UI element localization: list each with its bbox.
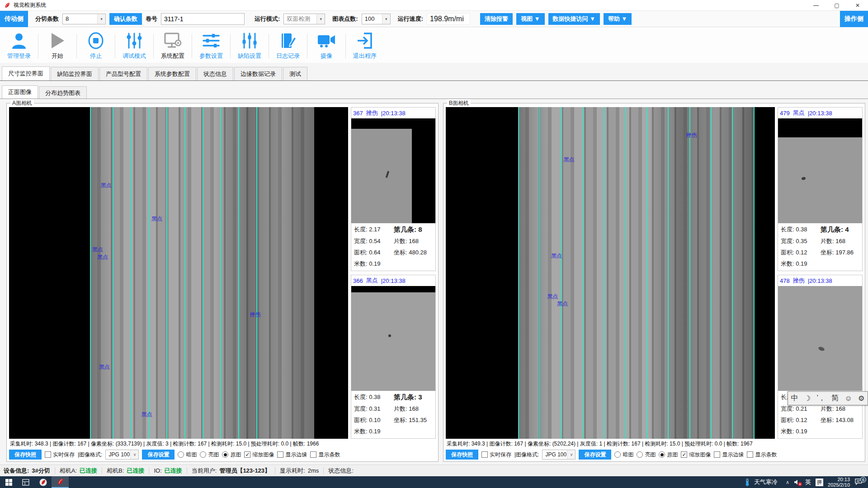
dark-image-radio[interactable] — [178, 451, 184, 458]
log-record-button[interactable]: 日志记录 — [269, 28, 307, 63]
punctuation-icon[interactable]: ’， — [816, 394, 826, 403]
show-edge-checkbox[interactable] — [277, 451, 283, 458]
bright-image-radio[interactable] — [637, 451, 643, 458]
defect-header: 479 黑点 |20:13:38 — [778, 108, 862, 118]
sub-tab-0[interactable]: 正面图像 — [2, 85, 38, 99]
hidden-icons-chevron[interactable]: ∧ — [786, 479, 789, 485]
clock[interactable]: 20:13 2025/2/10 — [828, 477, 850, 488]
main-tab-2[interactable]: 产品型号配置 — [99, 67, 147, 80]
defect-card[interactable]: 479 黑点 |20:13:38 长度: 0.38 第几条: 4 — [778, 107, 863, 271]
defect-settings-button[interactable]: 缺陷设置 — [231, 28, 269, 63]
zoom-image-checkbox[interactable]: ✓ — [244, 451, 250, 458]
confirm-count-button[interactable]: 确认条数 — [109, 13, 142, 25]
defect-stats: 长度: 0.38 第几条: 3 宽度: 0.31 片数: 168 面积: 0.1… — [351, 391, 435, 438]
show-count-checkbox[interactable] — [747, 451, 753, 458]
start-button[interactable]: 开始 — [38, 28, 76, 63]
strip-boundary-line — [166, 107, 167, 439]
taskbar: 天气寒冷 ∧ ✕ 英 拼 20:13 2025/2/10 6 — [0, 476, 868, 488]
drive-side-button[interactable]: 传动侧 — [0, 11, 28, 27]
dark-image-radio[interactable] — [614, 451, 621, 458]
raw-image-radio[interactable] — [222, 451, 228, 458]
strip-boundary-line — [113, 107, 113, 439]
display-time-label: 显示耗时: — [280, 467, 305, 475]
chart-points-select[interactable]: 100 ▾ — [362, 14, 391, 24]
main-tabs: 尺寸监控界面缺陷监控界面产品型号配置系统参数配置状态信息边缘数据记录测试 — [0, 67, 868, 81]
ime-indicator[interactable]: 拼 — [816, 479, 823, 486]
save-settings-button[interactable]: 保存设置 — [579, 450, 611, 460]
ime-chinese-mode[interactable]: 中 — [791, 394, 798, 403]
strip-boundary-line — [148, 107, 149, 439]
stop-button[interactable]: 停止 — [77, 28, 115, 63]
pinned-app-icon[interactable] — [34, 476, 52, 488]
main-tab-5[interactable]: 边缘数据记录 — [234, 67, 282, 80]
run-mode-select[interactable]: 双面检测 ▾ — [283, 14, 325, 24]
sub-tab-1[interactable]: 分布趋势图表 — [39, 86, 87, 99]
defect-card[interactable]: 478 挫伤 |20:13:38 长度: 0.57 第几条: 3 — [778, 275, 863, 439]
minimize-button[interactable]: — — [806, 0, 826, 10]
defect-image — [351, 118, 435, 223]
device-info-value: 3#分切 — [32, 467, 50, 475]
moon-icon[interactable]: ☽ — [804, 394, 811, 403]
slit-count-select[interactable]: 8 ▾ — [62, 14, 106, 24]
image-format-select[interactable]: JPG 100 ∨ — [542, 450, 576, 460]
save-settings-button[interactable]: 保存设置 — [142, 450, 175, 460]
camera-b-title: B面相机 — [447, 99, 471, 107]
system-config-button[interactable]: 系统配置 — [154, 28, 192, 63]
exit-program-button[interactable]: 退出程序 — [346, 28, 384, 63]
gear-icon[interactable]: ⚙ — [858, 394, 864, 403]
save-snapshot-button[interactable]: 保存快照 — [9, 450, 42, 460]
slit-count-value: 8 — [66, 15, 69, 22]
clear-alarm-button[interactable]: 清除报警 — [480, 13, 513, 25]
defect-overlay-label: 黑点 — [142, 411, 152, 418]
ime-toolbar[interactable]: 中 ☽ ’， 简 ☺ ⚙ — [788, 391, 868, 405]
icon-toolbar: 管理登录 开始 停止 调试模式 系统配置 — [0, 28, 868, 63]
emoji-icon[interactable]: ☺ — [844, 394, 852, 403]
realtime-save-checkbox[interactable] — [481, 451, 488, 458]
defect-card[interactable]: 366 黑点 |20:13:38 长度: 0.38 第几条: 3 — [351, 275, 436, 439]
task-view-icon[interactable] — [17, 476, 34, 488]
raw-image-radio[interactable] — [659, 451, 665, 458]
close-button[interactable]: ✕ — [847, 0, 868, 10]
camera-icon — [317, 31, 336, 50]
main-tab-1[interactable]: 缺陷监控界面 — [51, 67, 99, 80]
maximize-button[interactable]: ▢ — [826, 0, 847, 10]
volume-muted-icon[interactable]: ✕ — [794, 479, 801, 485]
camera-b-image[interactable]: 挫伤黑点黑点黑点黑点 — [446, 107, 775, 439]
defect-overlay-label: 黑点 — [92, 246, 103, 253]
realtime-save-checkbox[interactable] — [45, 451, 51, 458]
language-indicator[interactable]: 英 — [805, 478, 811, 486]
show-edge-checkbox[interactable] — [714, 451, 720, 458]
strip-boundary-line — [711, 107, 712, 439]
roll-number-input[interactable] — [161, 13, 245, 25]
status-info-label: 状态信息: — [328, 467, 354, 475]
main-tab-4[interactable]: 状态信息 — [197, 67, 233, 80]
camera-a-image[interactable]: 黑点黑点黑点黑点挫伤黑点黑点 — [9, 107, 348, 439]
notification-center-icon[interactable]: 6 — [854, 478, 864, 486]
weather-text[interactable]: 天气寒冷 — [754, 478, 778, 486]
operator-side-button[interactable]: 操作侧 — [840, 11, 868, 27]
defect-card[interactable]: 367 挫伤 |20:13:38 长度: 2.17 第几条: 8 — [351, 107, 436, 271]
save-snapshot-button[interactable]: 保存快照 — [446, 450, 478, 460]
parameter-settings-button[interactable]: 参数设置 — [192, 28, 230, 63]
simplified-mode[interactable]: 简 — [831, 394, 839, 403]
start-button[interactable] — [0, 476, 17, 488]
capture-button[interactable]: 摄像 — [307, 28, 345, 63]
image-format-label: |图像格式: — [78, 451, 102, 459]
image-format-select[interactable]: JPG 100 ∨ — [105, 450, 139, 460]
show-count-checkbox[interactable] — [310, 451, 316, 458]
admin-login-button[interactable]: 管理登录 — [0, 28, 38, 63]
chart-points-value: 100 — [365, 15, 375, 22]
bright-image-radio[interactable] — [200, 451, 206, 458]
main-tab-6[interactable]: 测试 — [283, 67, 307, 80]
data-quick-access-button[interactable]: 数据快捷访问 ▼ — [548, 13, 600, 25]
chevron-down-icon: ▾ — [97, 14, 105, 24]
strip-boundary-line — [256, 107, 257, 439]
zoom-image-checkbox[interactable]: ✓ — [681, 451, 687, 458]
main-tab-0[interactable]: 尺寸监控界面 — [2, 66, 50, 80]
debug-mode-button[interactable]: 调试模式 — [115, 28, 153, 63]
run-mode-label: 运行模式: — [255, 15, 280, 23]
view-menu-button[interactable]: 视图 ▼ — [516, 13, 544, 25]
help-menu-button[interactable]: 帮助 ▼ — [604, 13, 632, 25]
running-app-icon[interactable] — [52, 476, 69, 488]
main-tab-3[interactable]: 系统参数配置 — [148, 67, 196, 80]
